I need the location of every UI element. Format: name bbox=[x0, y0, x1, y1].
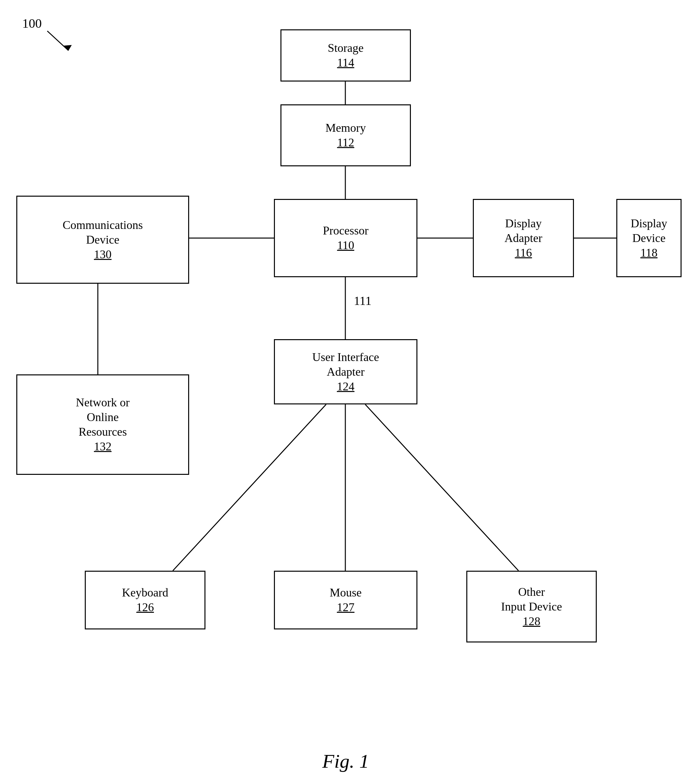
memory-ref: 112 bbox=[337, 135, 354, 150]
other-input-ref: 128 bbox=[523, 614, 540, 629]
svg-line-0 bbox=[47, 31, 69, 51]
svg-line-9 bbox=[173, 404, 326, 571]
processor-label: Processor bbox=[323, 223, 369, 238]
svg-line-11 bbox=[365, 404, 518, 571]
keyboard-ref: 126 bbox=[136, 600, 154, 615]
comm-device-label: CommunicationsDevice bbox=[63, 218, 143, 247]
mouse-label: Mouse bbox=[330, 585, 362, 600]
display-adapter-ref: 116 bbox=[515, 245, 532, 260]
storage-label: Storage bbox=[328, 41, 364, 56]
svg-marker-1 bbox=[64, 45, 72, 51]
display-device-label: DisplayDevice bbox=[631, 216, 667, 245]
network-ref: 132 bbox=[94, 439, 112, 454]
processor-node: Processor 110 bbox=[274, 199, 418, 277]
memory-node: Memory 112 bbox=[280, 104, 411, 166]
display-adapter-label: DisplayAdapter bbox=[505, 216, 542, 245]
connection-111-label: 111 bbox=[354, 293, 372, 308]
keyboard-label: Keyboard bbox=[122, 585, 168, 600]
display-device-node: DisplayDevice 118 bbox=[616, 199, 681, 277]
ui-adapter-node: User InterfaceAdapter 124 bbox=[274, 339, 418, 404]
fig-1-label: Fig. 1 bbox=[297, 750, 395, 772]
ui-adapter-label: User InterfaceAdapter bbox=[313, 350, 379, 379]
memory-label: Memory bbox=[326, 121, 366, 135]
storage-node: Storage 114 bbox=[280, 30, 411, 82]
mouse-node: Mouse 127 bbox=[274, 571, 418, 629]
mouse-ref: 127 bbox=[337, 600, 354, 615]
display-device-ref: 118 bbox=[640, 245, 658, 260]
network-label: Network orOnlineResources bbox=[76, 395, 130, 439]
other-input-label: OtherInput Device bbox=[501, 585, 562, 614]
storage-ref: 114 bbox=[337, 56, 354, 70]
comm-device-node: CommunicationsDevice 130 bbox=[16, 196, 189, 284]
comm-device-ref: 130 bbox=[94, 247, 112, 262]
keyboard-node: Keyboard 126 bbox=[85, 571, 206, 629]
processor-ref: 110 bbox=[337, 238, 354, 253]
network-node: Network orOnlineResources 132 bbox=[16, 374, 189, 475]
other-input-node: OtherInput Device 128 bbox=[466, 571, 597, 642]
display-adapter-node: DisplayAdapter 116 bbox=[473, 199, 574, 277]
ui-adapter-ref: 124 bbox=[337, 379, 354, 394]
ref-100-label: 100 bbox=[22, 16, 42, 31]
